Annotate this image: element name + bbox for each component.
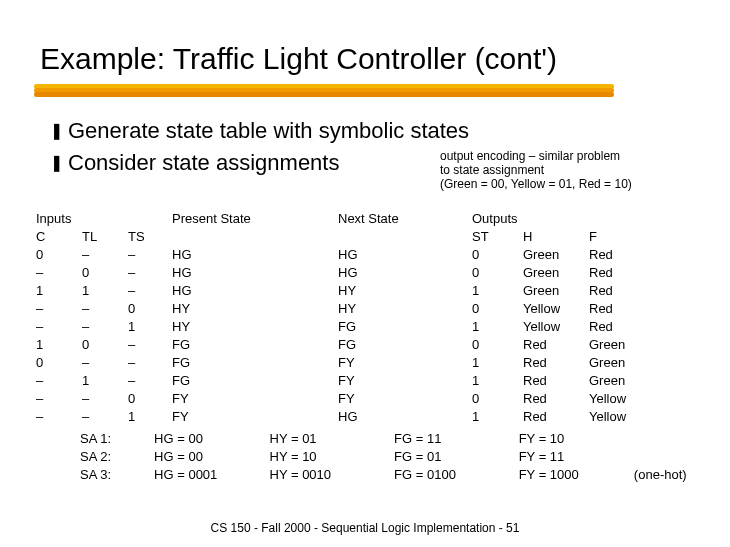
cell-f: Green bbox=[589, 372, 655, 390]
encoding-row: SA 2:HG = 00HY = 10FG = 01FY = 11 bbox=[80, 448, 730, 466]
cell-h: Green bbox=[523, 264, 589, 282]
cell-tl: 1 bbox=[82, 282, 128, 300]
encoding-row: SA 3:HG = 0001HY = 0010FG = 0100FY = 100… bbox=[80, 466, 730, 484]
table-row: 0––FGFY1RedGreen bbox=[36, 354, 655, 372]
cell-f: Yellow bbox=[589, 390, 655, 408]
cell-tl: – bbox=[82, 408, 128, 426]
cell-ts: 0 bbox=[128, 390, 172, 408]
cell-f: Green bbox=[589, 336, 655, 354]
side-note-line: (Green = 00, Yellow = 01, Red = 10) bbox=[440, 177, 715, 191]
cell-next-state: HG bbox=[338, 408, 472, 426]
cell-next-state: HG bbox=[338, 246, 472, 264]
cell-ts: – bbox=[128, 264, 172, 282]
encoding-fy: FY = 1000 bbox=[519, 466, 634, 484]
encoding-fy: FY = 11 bbox=[519, 448, 634, 466]
table-row: ––1HYFG1YellowRed bbox=[36, 318, 655, 336]
cell-ts: 1 bbox=[128, 318, 172, 336]
underline-stroke bbox=[34, 92, 614, 97]
table-header-row: C TL TS ST H F bbox=[36, 228, 655, 246]
encoding-hg: HG = 00 bbox=[154, 448, 269, 466]
encoding-onehot bbox=[634, 448, 730, 466]
cell-ts: – bbox=[128, 246, 172, 264]
title-underline bbox=[34, 84, 614, 98]
cell-f: Yellow bbox=[589, 408, 655, 426]
cell-next-state: HG bbox=[338, 264, 472, 282]
cell-f: Red bbox=[589, 300, 655, 318]
slide-title: Example: Traffic Light Controller (cont'… bbox=[40, 42, 700, 76]
encoding-label: SA 2: bbox=[80, 448, 154, 466]
cell-h: Red bbox=[523, 408, 589, 426]
state-table: Inputs Present State Next State Outputs … bbox=[36, 210, 655, 426]
cell-present-state: HY bbox=[172, 318, 338, 336]
cell-h: Green bbox=[523, 246, 589, 264]
group-label-outputs: Outputs bbox=[472, 210, 655, 228]
cell-st: 0 bbox=[472, 336, 523, 354]
cell-h: Yellow bbox=[523, 300, 589, 318]
cell-tl: – bbox=[82, 300, 128, 318]
slide-footer: CS 150 - Fall 2000 - Sequential Logic Im… bbox=[0, 521, 730, 535]
encoding-label: SA 3: bbox=[80, 466, 154, 484]
encoding-label: SA 1: bbox=[80, 430, 154, 448]
cell-c: 0 bbox=[36, 246, 82, 264]
encoding-hy: HY = 01 bbox=[270, 430, 395, 448]
cell-st: 0 bbox=[472, 246, 523, 264]
cell-present-state: FY bbox=[172, 390, 338, 408]
cell-ts: 1 bbox=[128, 408, 172, 426]
cell-st: 1 bbox=[472, 354, 523, 372]
cell-h: Yellow bbox=[523, 318, 589, 336]
cell-tl: – bbox=[82, 390, 128, 408]
encoding-hg: HG = 00 bbox=[154, 430, 269, 448]
cell-tl: 1 bbox=[82, 372, 128, 390]
bullet-icon: ❚ bbox=[50, 118, 68, 144]
cell-h: Green bbox=[523, 282, 589, 300]
cell-h: Red bbox=[523, 372, 589, 390]
col-header-h: H bbox=[523, 228, 589, 246]
cell-present-state: FG bbox=[172, 372, 338, 390]
cell-present-state: HG bbox=[172, 246, 338, 264]
cell-h: Red bbox=[523, 390, 589, 408]
cell-next-state: HY bbox=[338, 300, 472, 318]
cell-tl: – bbox=[82, 354, 128, 372]
bullet-text: Consider state assignments bbox=[68, 150, 339, 176]
cell-c: 1 bbox=[36, 336, 82, 354]
cell-present-state: HG bbox=[172, 282, 338, 300]
cell-c: – bbox=[36, 390, 82, 408]
side-note-line: to state assignment bbox=[440, 163, 715, 177]
cell-st: 1 bbox=[472, 408, 523, 426]
cell-next-state: FY bbox=[338, 354, 472, 372]
cell-tl: 0 bbox=[82, 264, 128, 282]
cell-present-state: HY bbox=[172, 300, 338, 318]
cell-st: 1 bbox=[472, 372, 523, 390]
bullet-icon: ❚ bbox=[50, 150, 68, 176]
encoding-hy: HY = 10 bbox=[270, 448, 395, 466]
cell-c: – bbox=[36, 408, 82, 426]
encoding-hg: HG = 0001 bbox=[154, 466, 269, 484]
encoding-onehot: (one-hot) bbox=[634, 466, 730, 484]
cell-present-state: HG bbox=[172, 264, 338, 282]
side-note-line: output encoding – similar problem bbox=[440, 149, 715, 163]
encoding-fy: FY = 10 bbox=[519, 430, 634, 448]
cell-next-state: HY bbox=[338, 282, 472, 300]
col-header-c: C bbox=[36, 228, 82, 246]
slide: Example: Traffic Light Controller (cont'… bbox=[0, 0, 730, 547]
cell-tl: – bbox=[82, 246, 128, 264]
col-header-tl: TL bbox=[82, 228, 128, 246]
cell-c: 1 bbox=[36, 282, 82, 300]
cell-ts: – bbox=[128, 372, 172, 390]
cell-st: 0 bbox=[472, 390, 523, 408]
cell-c: – bbox=[36, 300, 82, 318]
cell-ts: – bbox=[128, 282, 172, 300]
bullet-item: ❚ Generate state table with symbolic sta… bbox=[50, 118, 710, 144]
group-label-next: Next State bbox=[338, 210, 472, 228]
cell-present-state: FY bbox=[172, 408, 338, 426]
cell-next-state: FG bbox=[338, 318, 472, 336]
cell-st: 0 bbox=[472, 300, 523, 318]
cell-present-state: FG bbox=[172, 336, 338, 354]
cell-tl: – bbox=[82, 318, 128, 336]
state-assignment-table: SA 1:HG = 00HY = 01FG = 11FY = 10SA 2:HG… bbox=[80, 430, 730, 484]
cell-h: Red bbox=[523, 354, 589, 372]
cell-c: – bbox=[36, 372, 82, 390]
cell-st: 0 bbox=[472, 264, 523, 282]
cell-h: Red bbox=[523, 336, 589, 354]
table-row: 11–HGHY1GreenRed bbox=[36, 282, 655, 300]
